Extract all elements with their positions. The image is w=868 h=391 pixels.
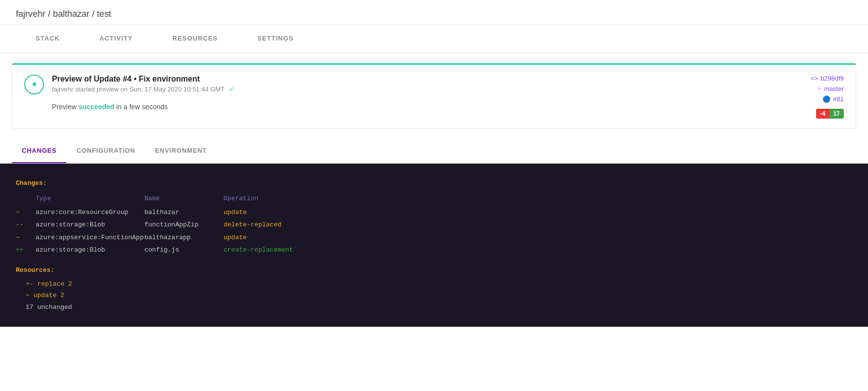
diff-minus: -4 bbox=[816, 109, 829, 119]
tab-settings[interactable]: SETTINGS bbox=[237, 25, 313, 53]
build-icon: 🔵 bbox=[822, 95, 830, 103]
check-icon: ✓ bbox=[229, 86, 234, 93]
row-symbol-2: ~ bbox=[16, 232, 36, 243]
code-icon: <> bbox=[811, 75, 818, 82]
preview-subtitle-text: fajrvehr started preview on Sun, 17 May … bbox=[52, 86, 225, 93]
res-replace-symbol: +- bbox=[26, 280, 34, 288]
branch-link[interactable]: ⑂ master bbox=[818, 85, 844, 92]
preview-content: Preview of Update #4 • Fix environment f… bbox=[52, 75, 234, 111]
terminal-output: Changes: Type Name Operation ~ azure:cor… bbox=[0, 164, 868, 327]
status-highlight: succeeded bbox=[79, 103, 114, 111]
row-type-2: azure:appservice:FunctionApp bbox=[36, 232, 144, 243]
row-op-0: update bbox=[224, 207, 852, 218]
column-headers: Type Name Operation bbox=[16, 193, 852, 204]
row-symbol-3: ++ bbox=[16, 244, 36, 256]
section-tabs: CHANGES CONFIGURATION ENVIRONMENT bbox=[0, 139, 868, 164]
tab-resources[interactable]: RESOURCES bbox=[153, 25, 238, 53]
change-row: ~ azure:appservice:FunctionApp balthazar… bbox=[16, 232, 852, 243]
branch-icon: ⑂ bbox=[818, 85, 822, 92]
preview-status: Preview succeeded in a few seconds bbox=[52, 103, 234, 111]
breadcrumb-text: fajrvehr / balthazar / test bbox=[16, 9, 111, 19]
row-symbol-0: ~ bbox=[16, 207, 36, 218]
breadcrumb: fajrvehr / balthazar / test bbox=[0, 0, 868, 25]
build-number: #81 bbox=[833, 95, 844, 103]
row-name-0: balthazar bbox=[144, 207, 224, 218]
col-name-header: Name bbox=[144, 193, 224, 204]
row-op-2: update bbox=[224, 232, 852, 243]
row-type-0: azure:core:ResourceGroup bbox=[36, 207, 144, 218]
preview-card: ✦ Preview of Update #4 • Fix environment… bbox=[12, 63, 856, 129]
res-line-replace: +- replace 2 bbox=[16, 278, 852, 290]
build-link[interactable]: 🔵 #81 bbox=[822, 95, 844, 103]
row-symbol-1: -- bbox=[16, 219, 36, 230]
res-unchanged-text: 17 unchanged bbox=[26, 304, 72, 311]
tab-configuration[interactable]: CONFIGURATION bbox=[66, 139, 145, 163]
row-type-1: azure:storage:Blob bbox=[36, 219, 144, 230]
preview-icon: ✦ bbox=[24, 75, 44, 94]
preview-left-section: ✦ Preview of Update #4 • Fix environment… bbox=[24, 75, 234, 111]
row-op-3: create-replacement bbox=[224, 244, 852, 256]
res-update-text: update 2 bbox=[34, 292, 64, 299]
row-name-3: config.js bbox=[144, 244, 224, 256]
status-suffix: in a few seconds bbox=[116, 103, 168, 111]
col-operation-header: Operation bbox=[224, 193, 852, 204]
row-type-3: azure:storage:Blob bbox=[36, 244, 144, 256]
change-row: ++ azure:storage:Blob config.js create-r… bbox=[16, 244, 852, 256]
change-row: ~ azure:core:ResourceGroup balthazar upd… bbox=[16, 207, 852, 218]
commit-link[interactable]: <> b298df9 bbox=[811, 75, 844, 82]
preview-subtitle: fajrvehr started preview on Sun, 17 May … bbox=[52, 86, 234, 93]
diff-plus: 17 bbox=[829, 109, 844, 119]
branch-name: master bbox=[824, 85, 844, 92]
row-name-2: balthazarapp bbox=[144, 232, 224, 243]
res-replace-text: replace 2 bbox=[37, 280, 72, 288]
tab-activity[interactable]: ACTIVITY bbox=[80, 25, 153, 53]
tab-environment[interactable]: ENVIRONMENT bbox=[145, 139, 217, 163]
diff-badge: -4 17 bbox=[816, 109, 844, 119]
tab-stack[interactable]: STACK bbox=[16, 25, 80, 53]
status-prefix: Preview bbox=[52, 103, 77, 111]
res-line-unchanged: 17 unchanged bbox=[16, 302, 852, 313]
top-nav: STACK ACTIVITY RESOURCES SETTINGS bbox=[0, 25, 868, 53]
commit-hash: b298df9 bbox=[821, 75, 844, 82]
changes-label: Changes: bbox=[16, 177, 852, 189]
res-update-symbol: ~ bbox=[26, 292, 30, 299]
col-type-header: Type bbox=[36, 193, 144, 204]
col-symbol bbox=[16, 193, 36, 204]
resources-label: Resources: bbox=[16, 264, 852, 276]
row-op-1: delete-replaced bbox=[224, 219, 852, 230]
change-row: -- azure:storage:Blob functionAppZip del… bbox=[16, 219, 852, 230]
tab-changes[interactable]: CHANGES bbox=[12, 139, 66, 163]
row-name-1: functionAppZip bbox=[144, 219, 224, 230]
res-line-update: ~ update 2 bbox=[16, 290, 852, 301]
preview-title: Preview of Update #4 • Fix environment bbox=[52, 75, 234, 84]
preview-right-section: <> b298df9 ⑂ master 🔵 #81 -4 17 bbox=[811, 75, 844, 119]
